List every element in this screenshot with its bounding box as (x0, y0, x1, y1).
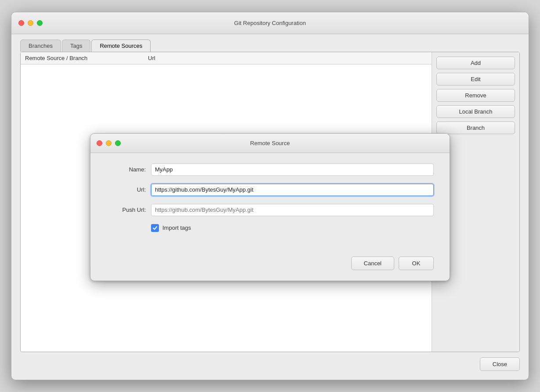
branch-button[interactable]: Branch (436, 121, 515, 134)
maximize-window-button[interactable] (37, 20, 43, 26)
tab-remote-sources[interactable]: Remote Sources (91, 39, 151, 52)
modal-title-bar: Remote Source (90, 134, 450, 153)
url-input[interactable] (151, 184, 434, 196)
close-button[interactable]: Close (480, 357, 520, 371)
push-url-row: Push Url: (106, 204, 434, 216)
name-row: Name: (106, 164, 434, 176)
url-label: Url: (106, 186, 146, 193)
modal-body: Name: Url: Push Url: (90, 153, 450, 253)
push-url-label: Push Url: (106, 207, 146, 213)
main-content: Remote Source / Branch Url Add Edit Remo… (11, 52, 529, 380)
name-input[interactable] (151, 164, 434, 176)
tabs-bar: Branches Tags Remote Sources (11, 34, 529, 52)
traffic-lights (18, 20, 43, 26)
cancel-button[interactable]: Cancel (351, 257, 394, 270)
tab-branches[interactable]: Branches (20, 39, 61, 52)
remote-source-modal: Remote Source Name: Url: (90, 133, 450, 281)
local-branch-button[interactable]: Local Branch (436, 105, 515, 118)
modal-traffic-lights (97, 140, 121, 146)
push-url-input[interactable] (151, 204, 434, 216)
name-label: Name: (106, 166, 146, 173)
minimize-window-button[interactable] (28, 20, 33, 26)
modal-maximize-button[interactable] (115, 140, 121, 146)
ok-button[interactable]: OK (399, 257, 434, 270)
col-remote-source-branch: Remote Source / Branch (25, 55, 148, 61)
modal-footer: Cancel OK (90, 253, 450, 281)
window-title: Git Repository Configuration (234, 20, 306, 26)
modal-minimize-button[interactable] (106, 140, 112, 146)
close-window-button[interactable] (18, 20, 24, 26)
import-tags-checkbox[interactable] (151, 224, 159, 232)
edit-button[interactable]: Edit (436, 73, 515, 86)
import-tags-label: Import tags (162, 225, 191, 231)
bottom-bar: Close (20, 352, 520, 371)
col-url: Url (148, 55, 155, 61)
modal-close-button[interactable] (97, 140, 102, 146)
import-tags-checkbox-wrapper[interactable]: Import tags (151, 224, 191, 232)
table-header: Remote Source / Branch Url (21, 52, 432, 64)
checkmark-icon (152, 225, 158, 231)
import-tags-row: Import tags (151, 224, 434, 232)
main-window: Git Repository Configuration Branches Ta… (11, 12, 529, 380)
add-button[interactable]: Add (436, 57, 515, 69)
title-bar: Git Repository Configuration (11, 12, 529, 34)
remove-button[interactable]: Remove (436, 89, 515, 102)
tab-tags[interactable]: Tags (62, 39, 90, 52)
modal-title: Remote Source (250, 140, 290, 146)
url-row: Url: (106, 184, 434, 196)
